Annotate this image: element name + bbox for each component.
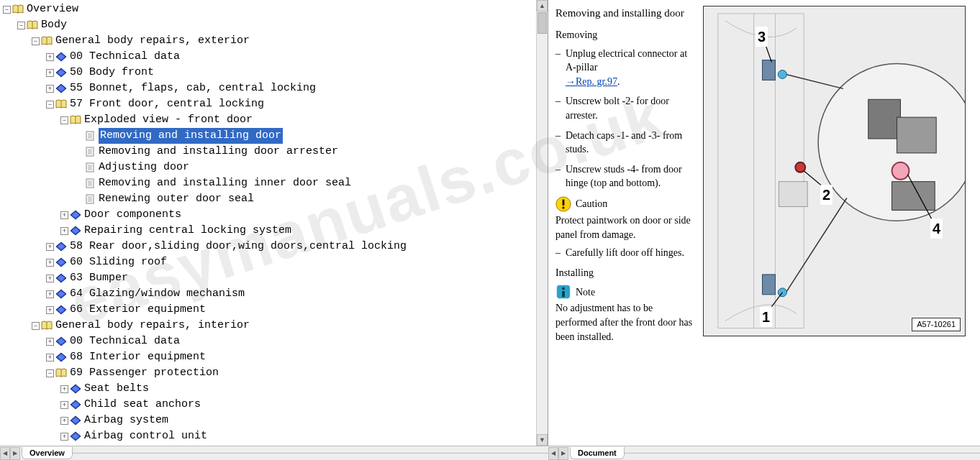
tree-item[interactable]: +Repairing central locking system [3, 223, 545, 239]
collapse-icon[interactable]: − [3, 6, 11, 14]
tree-item[interactable]: +50 Body front [3, 65, 545, 80]
tree-item[interactable]: +63 Bumper [3, 270, 545, 286]
scroll-down-arrow-icon[interactable]: ▼ [537, 434, 548, 446]
tree-label: 64 Glazing/window mechanism [70, 286, 245, 302]
expand-icon[interactable]: + [46, 85, 54, 93]
expand-icon[interactable]: + [46, 69, 54, 77]
svg-rect-65 [563, 200, 565, 206]
expand-icon[interactable]: + [60, 433, 68, 441]
expand-icon[interactable]: + [46, 306, 54, 314]
expand-icon[interactable]: + [60, 211, 68, 219]
tree-label: 50 Body front [70, 65, 154, 80]
svg-rect-21 [86, 163, 94, 172]
tree-item[interactable]: +Child seat anchors [3, 397, 545, 413]
tree-label: General body repairs, exterior [55, 33, 250, 49]
tree-item[interactable]: +Seat belts [3, 381, 545, 397]
scroll-thumb[interactable] [537, 12, 547, 34]
tree-item[interactable]: Renewing outer door seal [3, 191, 545, 207]
tree-item[interactable]: Removing and installing inner door seal [3, 175, 545, 191]
tree-item[interactable]: +00 Technical data [3, 334, 545, 349]
step-item: – Unscrew studs -4- from door hinge (top… [555, 162, 696, 190]
tree-item[interactable]: −General body repairs, exterior [3, 33, 545, 49]
tree-item[interactable]: +Airbag control unit [3, 428, 545, 444]
tab-next-icon[interactable]: ▶ [10, 447, 20, 460]
tab-next-icon[interactable]: ▶ [558, 447, 568, 460]
tree-label: 55 Bonnet, flaps, cab, central locking [70, 80, 316, 96]
toggle-spacer [75, 132, 83, 140]
rhomb-icon [70, 400, 81, 410]
rhomb-icon [70, 415, 81, 426]
collapse-icon[interactable]: − [17, 22, 25, 29]
expand-icon[interactable]: + [46, 259, 54, 267]
tree-label: Adjusting door [99, 160, 189, 175]
heading-removing: Removing [555, 28, 696, 42]
rhomb-icon [55, 242, 67, 252]
tree-item[interactable]: −Body [3, 17, 545, 33]
caution-label: Caution [576, 197, 607, 211]
tree-item[interactable]: −Overview [3, 1, 545, 17]
expand-icon[interactable]: + [46, 290, 54, 298]
tab-prev-icon[interactable]: ◀ [0, 447, 10, 460]
page-icon [84, 162, 96, 172]
tree-item[interactable]: −Exploded view - front door [3, 112, 545, 128]
expand-icon[interactable]: + [46, 243, 54, 251]
tab-prev-icon[interactable]: ◀ [548, 447, 558, 460]
rep-link[interactable]: →Rep. gr.97 [566, 76, 617, 87]
svg-point-85 [778, 288, 786, 297]
tree-item[interactable]: Removing and installing door arrester [3, 144, 545, 160]
tree-item[interactable]: Removing and installing door [3, 128, 545, 144]
expand-icon[interactable]: + [60, 401, 68, 409]
tree-item[interactable]: +Door components [3, 207, 545, 223]
collapse-icon[interactable]: − [32, 322, 40, 330]
tree-label: Removing and installing inner door seal [99, 175, 351, 191]
tab-document[interactable]: Document [570, 447, 625, 459]
callout-4: 4 [930, 218, 943, 239]
note-icon [555, 284, 571, 300]
tree-item[interactable]: +55 Bonnet, flaps, cab, central locking [3, 80, 545, 96]
tree-item[interactable]: −General body repairs, interior [3, 318, 545, 334]
tree-item[interactable]: +64 Glazing/window mechanism [3, 286, 545, 302]
tree-item[interactable]: +66 Exterior equipment [3, 302, 545, 318]
tree-item[interactable]: −69 Passenger protection [3, 365, 545, 381]
tree-item[interactable]: +Airbag system [3, 413, 545, 428]
page-icon [84, 178, 96, 188]
tree-label: 00 Technical data [70, 334, 180, 349]
tree-item[interactable]: +60 Sliding roof [3, 254, 545, 270]
nav-tree[interactable]: −Overview−Body−General body repairs, ext… [0, 0, 548, 446]
collapse-icon[interactable]: − [46, 369, 54, 377]
step-item: – Carefully lift door off hinges. [555, 246, 696, 260]
expand-icon[interactable]: + [60, 385, 68, 393]
collapse-icon[interactable]: − [32, 37, 40, 45]
expand-icon[interactable]: + [46, 338, 54, 346]
scroll-up-arrow-icon[interactable]: ▲ [537, 0, 548, 12]
svg-rect-26 [86, 179, 94, 188]
svg-rect-80 [763, 60, 776, 80]
caution-text: Protect paintwork on door or side panel … [555, 213, 696, 242]
tree-item[interactable]: Adjusting door [3, 160, 545, 175]
book-icon [27, 20, 38, 30]
tree-item[interactable]: +58 Rear door,sliding door,wing doors,ce… [3, 239, 545, 254]
collapse-icon[interactable]: − [46, 101, 54, 109]
expand-icon[interactable]: + [46, 53, 54, 61]
rhomb-icon [55, 257, 67, 267]
rhomb-icon [70, 210, 81, 220]
toggle-spacer [75, 180, 83, 188]
scrollbar-vertical[interactable]: ▲ ▼ [536, 0, 548, 446]
svg-rect-16 [86, 147, 94, 156]
tree-item[interactable]: −57 Front door, central locking [3, 96, 545, 112]
book-icon [55, 99, 67, 109]
expand-icon[interactable]: + [60, 227, 68, 235]
tab-overview[interactable]: Overview [22, 447, 73, 459]
collapse-icon[interactable]: − [60, 116, 68, 124]
svg-rect-77 [897, 117, 937, 153]
expand-icon[interactable]: + [46, 354, 54, 362]
tree-label: Airbag control unit [84, 428, 207, 444]
tree-label: Body [41, 17, 67, 33]
expand-icon[interactable]: + [46, 275, 54, 282]
tree-item[interactable]: +00 Technical data [3, 49, 545, 65]
rhomb-icon [55, 68, 67, 78]
expand-icon[interactable]: + [60, 417, 68, 425]
tree-label: 63 Bumper [70, 270, 128, 286]
tree-item[interactable]: +68 Interior equipment [3, 349, 545, 365]
heading-installing: Installing [555, 266, 696, 280]
